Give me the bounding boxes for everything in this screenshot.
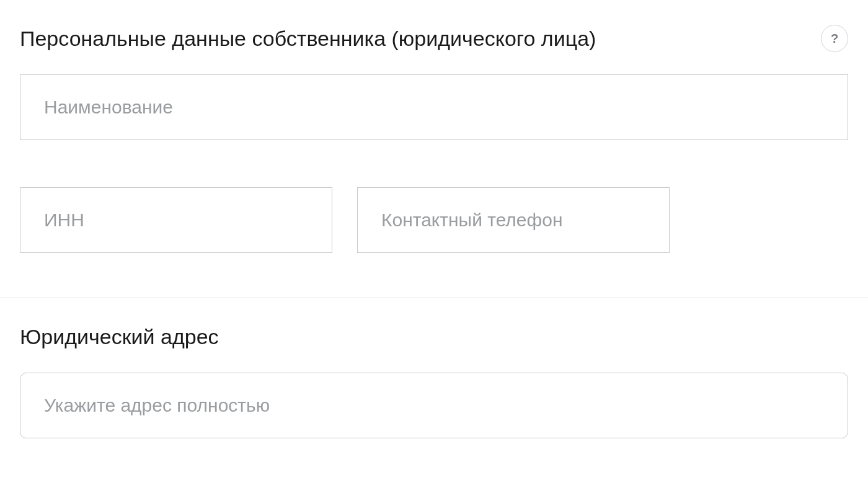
address-section-title: Юридический адрес — [20, 323, 219, 350]
name-row — [20, 74, 848, 140]
address-row — [20, 373, 848, 438]
personal-section-title: Персональные данные собственника (юридич… — [20, 25, 596, 52]
legal-address-section: Юридический адрес — [0, 298, 868, 438]
name-input[interactable] — [20, 74, 848, 140]
form-container: Персональные данные собственника (юридич… — [0, 0, 868, 438]
personal-data-section: Персональные данные собственника (юридич… — [0, 0, 868, 253]
phone-input[interactable] — [357, 187, 670, 253]
question-mark-icon: ? — [831, 32, 838, 46]
inn-input[interactable] — [20, 187, 332, 253]
inn-phone-row — [20, 187, 848, 253]
address-section-header: Юридический адрес — [20, 323, 848, 350]
personal-section-header: Персональные данные собственника (юридич… — [20, 25, 848, 52]
address-input[interactable] — [20, 373, 848, 438]
help-button[interactable]: ? — [821, 25, 848, 52]
